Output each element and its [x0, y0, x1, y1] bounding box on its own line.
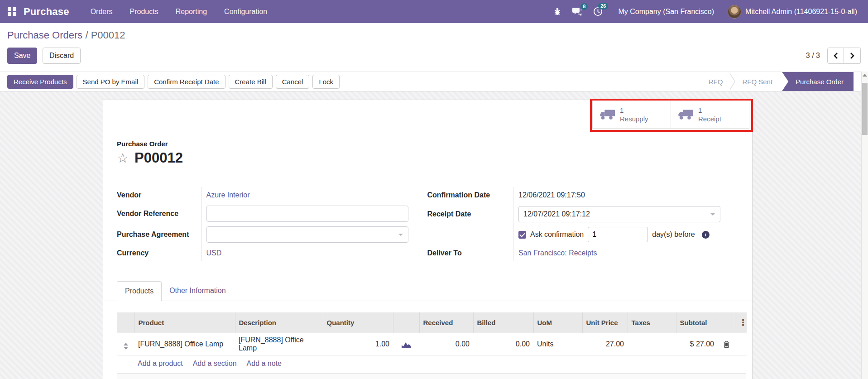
state-rfq-sent[interactable]: RFQ Sent — [735, 78, 779, 86]
line-received-cell[interactable]: 0.00 — [419, 333, 473, 355]
apps-grid-icon[interactable] — [8, 7, 16, 16]
currency-label: Currency — [117, 245, 201, 261]
add-a-note-link[interactable]: Add a note — [247, 360, 282, 368]
top-navbar: Purchase Orders Products Reporting Confi… — [0, 0, 868, 23]
pager-value[interactable]: 3 / 3 — [806, 52, 820, 60]
statusbar-actions: Receive Products Send PO by Email Confir… — [7, 75, 343, 89]
line-unit-price-cell[interactable]: 27.00 — [582, 333, 628, 355]
forecast-chart-icon[interactable] — [402, 341, 411, 348]
status-pipeline: RFQ RFQ Sent Purchase Order — [702, 72, 854, 91]
vertical-scrollbar[interactable] — [861, 72, 868, 379]
resupply-count: 1 — [620, 106, 623, 114]
status-separator-icon — [729, 73, 735, 90]
lock-button[interactable]: Lock — [312, 75, 340, 89]
debug-bug-icon[interactable] — [553, 7, 561, 16]
confirmation-date-label: Confirmation Date — [427, 187, 513, 203]
menu-reporting[interactable]: Reporting — [167, 1, 216, 23]
order-line-row[interactable]: [FURN_8888] Office Lamp [FURN_8888] Offi… — [117, 333, 747, 355]
days-before-input[interactable] — [588, 227, 648, 242]
resupply-label: Resupply — [620, 115, 648, 123]
statusbar: Receive Products Send PO by Email Confir… — [0, 72, 868, 91]
pager-previous-button[interactable] — [827, 48, 844, 64]
line-forecast-cell[interactable] — [393, 333, 419, 355]
receipt-label: Receipt — [698, 115, 721, 123]
description-column-header: Description — [235, 312, 323, 333]
vendor-reference-input[interactable] — [206, 206, 408, 222]
tab-products[interactable]: Products — [117, 281, 162, 301]
user-menu[interactable]: Mitchell Admin (11406921-15-0-all) — [745, 8, 857, 16]
save-button[interactable]: Save — [7, 48, 37, 64]
currency-value-link[interactable]: USD — [206, 249, 222, 257]
scrollbar-thumb[interactable] — [862, 83, 868, 135]
vendor-label: Vendor — [117, 187, 201, 203]
cancel-button[interactable]: Cancel — [276, 75, 310, 89]
menu-configuration[interactable]: Configuration — [216, 1, 276, 23]
product-column-header: Product — [134, 312, 235, 333]
line-description-cell[interactable]: [FURN_8888] Office Lamp — [235, 333, 323, 355]
deliver-to-value-link[interactable]: San Francisco: Receipts — [518, 249, 597, 257]
tab-other-information[interactable]: Other Information — [162, 281, 234, 301]
ask-confirmation-label: Ask confirmation — [530, 230, 584, 239]
company-switcher[interactable]: My Company (San Francisco) — [618, 8, 714, 16]
notebook-tabs: Products Other Information — [103, 281, 752, 301]
ask-confirmation-checkbox[interactable] — [518, 231, 526, 239]
breadcrumb: Purchase Orders / P00012 — [7, 29, 861, 42]
line-billed-cell[interactable]: 0.00 — [473, 333, 533, 355]
breadcrumb-parent-link[interactable]: Purchase Orders — [7, 29, 82, 41]
delete-column-header — [718, 312, 735, 333]
table-header-row: Product Description Quantity Received Bi… — [117, 312, 747, 333]
top-menu: Orders Products Reporting Configuration — [82, 1, 276, 23]
receipt-date-input[interactable] — [518, 206, 720, 222]
form-view: 1Resupply 1Receipt Purchase Order ☆ P000… — [0, 91, 868, 379]
line-subtotal-cell[interactable]: $ 27.00 — [676, 333, 718, 355]
receipt-smart-button[interactable]: 1Receipt — [671, 100, 749, 129]
state-rfq[interactable]: RFQ — [702, 78, 730, 86]
menu-orders[interactable]: Orders — [82, 1, 121, 23]
line-product-cell[interactable]: [FURN_8888] Office Lamp — [134, 333, 235, 355]
received-column-header: Received — [419, 312, 473, 333]
messages-icon[interactable]: 8 — [572, 7, 582, 16]
confirmation-date-value: 12/06/2021 09:17:50 — [518, 191, 585, 199]
add-a-product-link[interactable]: Add a product — [138, 360, 183, 368]
scrollbar-up-arrow-icon[interactable] — [862, 72, 868, 79]
form-sheet: 1Resupply 1Receipt Purchase Order ☆ P000… — [103, 100, 753, 379]
handle-column-header — [117, 312, 134, 333]
line-taxes-cell[interactable] — [628, 333, 676, 355]
optional-columns-icon[interactable]: ⋮ — [739, 317, 743, 328]
smart-button-box: 1Resupply 1Receipt — [592, 100, 749, 129]
right-field-group: Confirmation Date 12/06/2021 09:17:50 Re… — [427, 187, 721, 261]
user-avatar[interactable] — [728, 5, 741, 19]
days-before-suffix: day(s) before — [652, 230, 695, 239]
pager-next-button[interactable] — [844, 48, 861, 64]
add-a-section-link[interactable]: Add a section — [193, 360, 237, 368]
list-footer — [117, 374, 746, 379]
line-uom-cell[interactable]: Units — [533, 333, 582, 355]
activities-clock-icon[interactable]: 26 — [593, 7, 603, 16]
send-po-by-email-button[interactable]: Send PO by Email — [77, 75, 145, 89]
receipt-date-label: Receipt Date — [427, 203, 513, 225]
vendor-reference-label: Vendor Reference — [117, 203, 201, 224]
info-icon: i — [702, 231, 710, 239]
unit-price-column-header: Unit Price — [582, 312, 628, 333]
purchase-agreement-input[interactable] — [206, 226, 408, 243]
state-purchase-order[interactable]: Purchase Order — [782, 72, 854, 91]
line-quantity-cell[interactable]: 1.00 — [323, 333, 393, 355]
control-panel: Purchase Orders / P00012 Save Discard 3 … — [0, 23, 868, 72]
document-type-label: Purchase Order — [117, 140, 739, 148]
activities-badge: 26 — [598, 3, 608, 10]
vendor-value-link[interactable]: Azure Interior — [206, 191, 250, 199]
receive-products-button[interactable]: Receive Products — [7, 75, 73, 89]
menu-products[interactable]: Products — [121, 1, 167, 23]
billed-column-header: Billed — [473, 312, 533, 333]
document-name[interactable]: P00012 — [134, 150, 183, 166]
favorite-star-icon[interactable]: ☆ — [117, 151, 129, 165]
resupply-smart-button[interactable]: 1Resupply — [592, 100, 671, 129]
app-brand[interactable]: Purchase — [24, 6, 69, 18]
confirm-receipt-date-button[interactable]: Confirm Receipt Date — [148, 75, 225, 89]
subtotal-column-header: Subtotal — [676, 312, 718, 333]
optional-columns-header: ⋮ — [735, 312, 747, 333]
discard-button[interactable]: Discard — [43, 48, 81, 64]
drag-handle-icon[interactable] — [124, 343, 128, 350]
create-bill-button[interactable]: Create Bill — [229, 75, 273, 89]
delete-line-trash-icon[interactable] — [723, 341, 730, 348]
